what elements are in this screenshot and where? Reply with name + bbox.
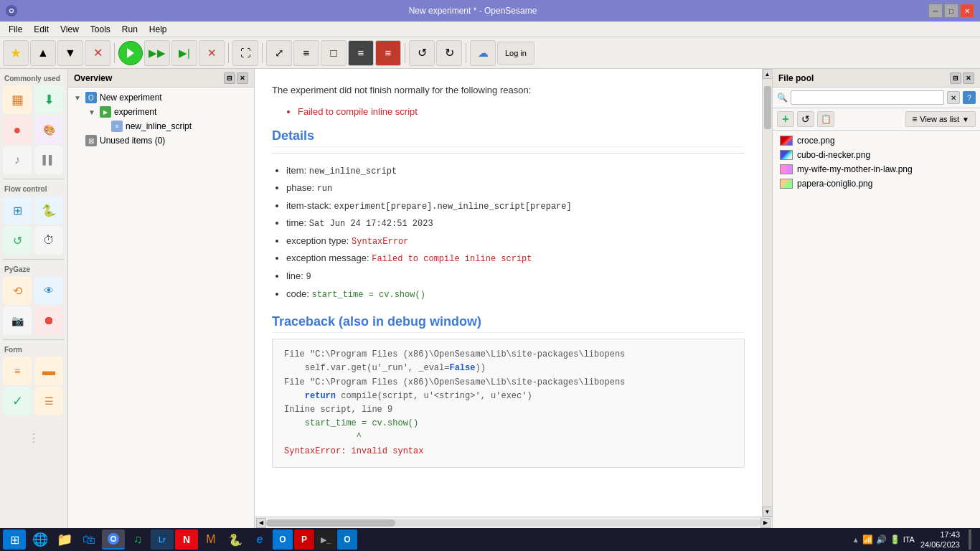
column-icon[interactable]: ▌▌ [34,146,63,174]
filepool-close-btn[interactable]: ✕ [963,72,974,84]
menu-file[interactable]: File [3,23,28,36]
sidebar-divider3 [3,339,65,340]
menu-view[interactable]: View [55,23,85,36]
stop-button[interactable]: ✕ [199,40,225,66]
vscroll-thumb[interactable] [764,86,771,129]
zoom-button[interactable]: ⤢ [266,40,292,66]
overview-restore-btn[interactable]: ⊟ [224,72,235,84]
taskbar-show-desktop-btn[interactable] [969,529,971,550]
taskbar-chrome[interactable] [102,529,125,550]
taskbar-store[interactable]: 🛍 [77,529,100,550]
filepool-search-input[interactable] [791,90,944,105]
fullscreen-button[interactable]: ⛶ [232,40,258,66]
commonly-used-icons: ▦ ⬇ ● 🎨 ♪ ▌▌ [1,84,66,176]
view-as-list-button[interactable]: ≡ View as list ▼ [905,111,976,127]
filepool-help-btn[interactable]: ? [963,91,976,104]
redo-button[interactable]: ↻ [436,40,462,66]
content-scroll[interactable]: The experiment did not finish normally f… [255,69,762,517]
overview-button[interactable]: ≡ [293,40,319,66]
taskbar-arrow-icon[interactable]: ▲ [852,536,859,544]
run-skip-button[interactable]: ▶| [171,40,197,66]
taskbar-spotify[interactable]: ♫ [126,529,149,550]
sampler-icon[interactable]: ⬇ [34,85,63,114]
taskbar-clock[interactable]: 17:43 24/06/2023 [920,529,960,550]
clock-sidebar-icon[interactable]: ⏱ [34,226,63,255]
menu-help[interactable]: Help [143,23,173,36]
synth-icon[interactable]: ● [3,116,32,144]
taskbar-netflix[interactable]: N [175,529,198,550]
pygaze-eye-icon[interactable]: 👁 [34,276,63,305]
python-sidebar-icon[interactable]: 🐍 [34,196,63,225]
undo-button[interactable]: ↺ [409,40,435,66]
vscroll-up-btn[interactable]: ▲ [763,69,773,79]
form-lines-icon[interactable]: ☰ [34,387,63,415]
taskbar-outlook2[interactable]: O [337,529,357,550]
run-fast-button[interactable]: ▶▶ [144,40,170,66]
inline-script-label: new_inline_script [126,121,192,131]
loop-sidebar-icon[interactable]: ↺ [3,226,32,255]
start-button[interactable]: ⊞ [3,529,26,550]
tree-item-experiment[interactable]: ▼ ▶ experiment [71,105,251,119]
menu-edit[interactable]: Edit [28,23,55,36]
taskbar-matlab[interactable]: M [199,529,222,550]
filepool-clear-btn[interactable]: ✕ [947,91,960,104]
menu-run[interactable]: Run [116,23,143,36]
filepool-refresh-btn[interactable]: ↺ [797,111,814,127]
filepool-item-0[interactable]: croce.png [776,133,977,148]
taskbar-pdf[interactable]: P [294,529,314,550]
sketchpad-icon[interactable]: ▦ [3,85,32,114]
debug-button[interactable]: ≡ [375,40,401,66]
taskbar-battery-icon[interactable]: 🔋 [890,534,900,545]
pygaze-cam-icon[interactable]: 📷 [3,306,32,335]
hscroll-left-btn[interactable]: ◀ [256,518,266,528]
script-button[interactable]: ≡ [348,40,374,66]
cloud-button[interactable]: ☁ [470,40,496,66]
form-check-icon[interactable]: ✓ [3,387,32,415]
pygaze-rec-icon[interactable]: ⏺ [34,306,63,335]
tree-item-unused[interactable]: ▼ ⊠ Unused items (0) [71,133,251,148]
experiment-label: experiment [114,107,156,117]
sidebar-expand-btn[interactable]: ⋮ [1,431,66,445]
taskbar-python[interactable]: 🐍 [224,529,247,550]
sequence-icon[interactable]: ⊞ [3,196,32,225]
taskbar-files[interactable]: 📁 [53,529,76,550]
maximize-button[interactable]: □ [944,4,958,18]
menu-tools[interactable]: Tools [85,23,116,36]
minimize-button[interactable]: ─ [928,4,943,18]
filepool-restore-btn[interactable]: ⊟ [950,72,961,84]
taskbar-edge[interactable]: e [248,529,271,550]
filepool-item-3[interactable]: papera-coniglio.png [776,176,977,191]
form-list-icon[interactable]: ≡ [3,357,32,385]
media-icon[interactable]: ♪ [3,146,32,174]
taskbar-explorer[interactable]: 🌐 [29,529,52,550]
pygaze-start-icon[interactable]: ⟲ [3,276,32,305]
taskbar-network-icon[interactable]: 📶 [862,534,873,545]
form-rect-icon[interactable]: ▬ [34,357,63,385]
filepool-folder-btn[interactable]: 📋 [817,111,834,127]
filepool-item-2[interactable]: my-wife-my-mother-in-law.png [776,162,977,176]
tree-item-new-experiment[interactable]: ▼ O New experiment [71,90,251,105]
delete-button[interactable]: ✕ [85,40,110,66]
taskbar-terminal[interactable]: ▶_ [316,529,336,550]
vscroll-down-btn[interactable]: ▼ [763,507,773,517]
vertical-scrollbar[interactable]: ▲ ▼ [762,69,772,517]
run-button[interactable] [118,41,143,65]
hscroll-right-btn[interactable]: ▶ [760,518,771,528]
close-button[interactable]: ✕ [960,4,974,18]
hscroll-thumb[interactable] [266,519,395,527]
horizontal-scrollbar[interactable]: ◀ ▶ [255,517,772,528]
overview-close-btn[interactable]: ✕ [237,72,248,84]
layout-button[interactable]: □ [321,40,347,66]
feedback-icon[interactable]: 🎨 [34,116,63,144]
taskbar-outlook[interactable]: O [273,529,293,550]
filepool-add-btn[interactable]: + [777,111,794,127]
taskbar-lr[interactable]: Lr [151,529,174,550]
details-divider [272,153,745,154]
move-up-button[interactable]: ▲ [30,40,56,66]
login-button[interactable]: Log in [497,42,534,65]
favorites-button[interactable]: ★ [3,40,29,66]
taskbar-volume-icon[interactable]: 🔊 [876,534,887,545]
move-down-button[interactable]: ▼ [57,40,83,66]
filepool-item-1[interactable]: cubo-di-necker.png [776,148,977,162]
tree-item-inline-script[interactable]: ▼ ≡ new_inline_script [71,119,251,133]
